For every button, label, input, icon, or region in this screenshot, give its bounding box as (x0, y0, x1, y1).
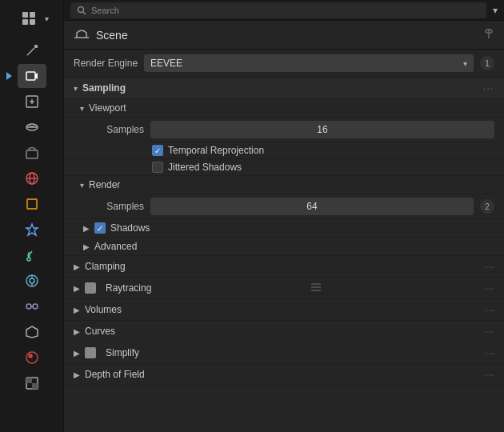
dof-section[interactable]: ▶ Depth of Field ··· (64, 364, 504, 386)
render-engine-chevron: ▾ (463, 59, 467, 68)
sampling-title: Sampling (82, 82, 126, 94)
svg-rect-3 (30, 19, 35, 25)
sidebar-item-output[interactable] (18, 90, 46, 114)
sidebar-top: ▾ (0, 3, 63, 34)
content-area: Render Engine EEVEE ▾ 1 ▾ Sampling ··· ▾… (64, 50, 504, 432)
viewport-samples-input[interactable]: 16 (150, 121, 494, 138)
editor-type-icon[interactable] (14, 6, 43, 30)
raytracing-dots[interactable]: ··· (485, 282, 494, 294)
sidebar-item-world[interactable] (18, 166, 46, 190)
svg-point-23 (26, 304, 31, 309)
viewport-samples-value: 16 (317, 124, 327, 135)
simplify-dots[interactable]: ··· (485, 346, 494, 359)
render-samples-badge: 2 (480, 199, 494, 214)
sidebar-item-texture[interactable] (18, 371, 46, 395)
render-engine-row: Render Engine EEVEE ▾ 1 (64, 50, 504, 78)
render-samples-input[interactable]: 64 (150, 198, 474, 215)
render-samples-label: Samples (88, 201, 144, 212)
render-engine-label: Render Engine (74, 58, 138, 69)
sidebar-item-view-layer[interactable] (18, 115, 46, 139)
sampling-dots[interactable]: ··· (482, 82, 494, 94)
advanced-label: Advanced (94, 241, 137, 252)
svg-point-32 (78, 6, 84, 12)
render-engine-select[interactable]: EEVEE ▾ (144, 54, 474, 72)
sidebar-item-material[interactable] (18, 346, 46, 370)
volumes-chevron: ▶ (74, 306, 80, 314)
viewport-samples-row: Samples 16 (64, 118, 504, 142)
svg-point-18 (27, 258, 30, 261)
search-bar[interactable]: Search (70, 2, 486, 18)
render-engine-badge: 1 (480, 56, 494, 70)
sidebar-item-particles[interactable] (18, 243, 46, 267)
advanced-item[interactable]: ▶ Advanced (64, 238, 504, 256)
viewport-title: Viewport (89, 102, 126, 114)
simplify-section[interactable]: ▶ Simplify ··· (64, 342, 504, 364)
render-subsection[interactable]: ▾ Render (64, 176, 504, 194)
curves-chevron: ▶ (74, 327, 80, 336)
curves-label: Curves (85, 326, 115, 337)
scene-icon (74, 25, 90, 45)
temporal-reprojection-row[interactable]: ✓ Temporal Reprojection (64, 142, 504, 159)
volumes-section[interactable]: ▶ Volumes ··· (64, 299, 504, 321)
properties-header: Scene (64, 21, 504, 50)
jittered-shadows-checkbox[interactable] (152, 162, 163, 173)
raytracing-toggle[interactable] (85, 282, 96, 294)
viewport-subsection[interactable]: ▾ Viewport (64, 99, 504, 118)
header-dropdown[interactable]: ▾ (493, 5, 498, 16)
sidebar-item-tool[interactable] (18, 38, 46, 62)
jittered-shadows-label: Jittered Shadows (168, 162, 242, 173)
shadows-item[interactable]: ▶ ✓ Shadows (64, 219, 504, 238)
dof-dots[interactable]: ··· (485, 368, 494, 381)
svg-rect-30 (26, 378, 32, 383)
raytracing-list-icon[interactable] (310, 282, 322, 294)
svg-rect-0 (22, 12, 28, 18)
curves-section[interactable]: ▶ Curves ··· (64, 321, 504, 342)
svg-marker-26 (26, 326, 38, 338)
svg-line-4 (27, 48, 34, 55)
sidebar-item-render[interactable] (18, 64, 46, 88)
sidebar-collapse[interactable]: ▾ (45, 14, 49, 23)
render-samples-value: 64 (306, 201, 317, 212)
sidebar-item-modifier[interactable] (18, 218, 46, 242)
active-arrow (6, 72, 12, 80)
svg-rect-13 (26, 150, 38, 158)
viewport-chevron: ▾ (80, 104, 84, 113)
raytracing-section[interactable]: ▶ Raytracing ··· (64, 278, 504, 299)
scene-title: Scene (96, 29, 128, 42)
clamping-section[interactable]: ▶ Clamping ··· (64, 256, 504, 278)
dof-label: Depth of Field (85, 369, 145, 380)
temporal-reprojection-checkbox[interactable]: ✓ (152, 145, 163, 156)
sidebar-item-scene[interactable] (18, 141, 46, 165)
svg-point-24 (33, 304, 38, 309)
svg-rect-31 (32, 383, 38, 389)
clamping-label: Clamping (85, 261, 126, 272)
render-sub-title: Render (89, 179, 120, 190)
advanced-chevron: ▶ (83, 242, 90, 251)
jittered-shadows-row[interactable]: Jittered Shadows (64, 159, 504, 176)
search-placeholder: Search (91, 6, 119, 15)
shadows-checkbox[interactable]: ✓ (94, 222, 106, 234)
sampling-section-header[interactable]: ▾ Sampling ··· (64, 78, 504, 99)
dof-chevron: ▶ (74, 370, 80, 379)
temporal-reprojection-label: Temporal Reprojection (168, 145, 264, 156)
sampling-chevron: ▾ (74, 84, 78, 93)
sidebar-item-data[interactable] (18, 320, 46, 344)
clamping-chevron: ▶ (74, 262, 80, 271)
render-chevron: ▾ (80, 181, 84, 190)
simplify-label: Simplify (106, 347, 139, 358)
sidebar-item-object[interactable] (18, 192, 46, 216)
volumes-dots[interactable]: ··· (485, 303, 494, 316)
simplify-chevron: ▶ (74, 349, 80, 358)
raytracing-label: Raytracing (106, 282, 151, 294)
clamping-dots[interactable]: ··· (485, 260, 494, 273)
volumes-label: Volumes (85, 304, 122, 315)
main-panel: Search ▾ Scene Render Engine EEVEE (64, 0, 504, 432)
pin-icon[interactable] (483, 28, 494, 42)
svg-point-28 (29, 354, 32, 358)
simplify-toggle[interactable] (85, 347, 96, 358)
svg-rect-5 (34, 45, 38, 48)
sidebar-item-physics[interactable] (18, 269, 46, 293)
svg-rect-17 (27, 199, 37, 209)
curves-dots[interactable]: ··· (485, 325, 494, 338)
sidebar-item-constraints[interactable] (18, 294, 46, 318)
